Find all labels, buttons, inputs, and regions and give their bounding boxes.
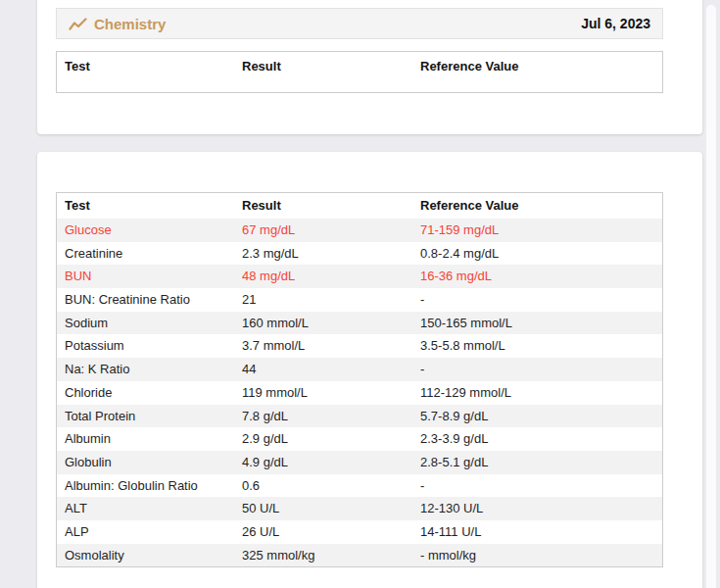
reference-value-cell: - bbox=[420, 474, 662, 498]
test-name-cell: Chloride bbox=[65, 381, 242, 405]
reference-value-cell: 0.8-2.4 mg/dL bbox=[420, 242, 662, 266]
test-name-cell: Osmolality bbox=[65, 544, 242, 567]
test-name-cell: Creatinine bbox=[65, 242, 242, 266]
panel-date: Jul 6, 2023 bbox=[581, 16, 650, 31]
reference-value-cell: 2.8-5.1 g/dL bbox=[420, 451, 662, 474]
test-name-cell: ALP bbox=[65, 520, 242, 544]
table-row: BUN: Creatinine Ratio 21 - bbox=[57, 288, 662, 312]
result-cell: 44 bbox=[242, 358, 420, 381]
table-body: Glucose 67 mg/dL 71-159 mg/dL Creatinine… bbox=[57, 219, 662, 566]
reference-value-cell: 16-36 mg/dL bbox=[420, 265, 662, 288]
reference-value-cell: 14-111 U/L bbox=[420, 520, 662, 544]
result-cell: 160 mmol/L bbox=[242, 312, 420, 335]
result-cell: 50 U/L bbox=[242, 497, 420, 520]
result-cell: 3.7 mmol/L bbox=[242, 334, 420, 358]
result-cell: 2.3 mg/dL bbox=[242, 242, 420, 266]
reference-value-cell: - bbox=[420, 288, 662, 312]
result-cell: 67 mg/dL bbox=[242, 219, 420, 242]
table-row: Albumin 2.9 g/dL 2.3-3.9 g/dL bbox=[57, 427, 662, 451]
test-name-cell: Na: K Ratio bbox=[65, 358, 242, 381]
reference-value-cell: 71-159 mg/dL bbox=[420, 219, 662, 242]
table-header-row: Test Result Reference Value bbox=[57, 193, 662, 219]
table-row: ALP 26 U/L 14-111 U/L bbox=[57, 520, 662, 544]
reference-value-cell: 150-165 mmol/L bbox=[420, 312, 662, 335]
table-row: Osmolality 325 mmol/kg - mmol/kg bbox=[57, 544, 662, 567]
trend-line-icon bbox=[69, 17, 87, 31]
top-table-header-row: Test Result Reference Value bbox=[57, 52, 662, 81]
table-row: Chloride 119 mmol/L 112-129 mmol/L bbox=[57, 381, 662, 405]
test-name-cell: BUN bbox=[65, 265, 242, 288]
column-header-result: Result bbox=[242, 193, 420, 219]
top-results-table: Test Result Reference Value bbox=[56, 51, 663, 93]
test-name-cell: Glucose bbox=[65, 219, 242, 242]
test-name-cell: Albumin: Globulin Ratio bbox=[65, 474, 242, 498]
result-cell: 21 bbox=[242, 288, 420, 312]
test-name-cell: Total Protein bbox=[65, 405, 242, 428]
table-row: Albumin: Globulin Ratio 0.6 - bbox=[57, 474, 662, 498]
table-row: Globulin 4.9 g/dL 2.8-5.1 g/dL bbox=[57, 451, 662, 474]
reference-value-cell: 3.5-5.8 mmol/L bbox=[420, 334, 662, 358]
result-cell: 4.9 g/dL bbox=[242, 451, 420, 474]
test-name-cell: Potassium bbox=[65, 334, 242, 358]
column-header-result: Result bbox=[242, 52, 420, 81]
panel-title-group: Chemistry bbox=[69, 16, 166, 32]
table-row: Creatinine 2.3 mg/dL 0.8-2.4 mg/dL bbox=[57, 242, 662, 266]
result-cell: 0.6 bbox=[242, 474, 420, 498]
column-header-test: Test bbox=[65, 193, 242, 219]
column-header-reference: Reference Value bbox=[420, 193, 662, 219]
vertical-scrollbar-thumb[interactable] bbox=[706, 5, 716, 588]
table-row: Na: K Ratio 44 - bbox=[57, 358, 662, 381]
table-row: Glucose 67 mg/dL 71-159 mg/dL bbox=[57, 219, 662, 242]
table-row: Sodium 160 mmol/L 150-165 mmol/L bbox=[57, 312, 662, 335]
panel-title: Chemistry bbox=[94, 16, 166, 32]
reference-value-cell: 2.3-3.9 g/dL bbox=[420, 427, 662, 451]
table-row: Total Protein 7.8 g/dL 5.7-8.9 g/dL bbox=[57, 405, 662, 428]
test-name-cell: Globulin bbox=[65, 451, 242, 474]
chemistry-panel-header[interactable]: Chemistry Jul 6, 2023 bbox=[56, 8, 663, 39]
result-cell: 26 U/L bbox=[242, 520, 420, 544]
reference-value-cell: 5.7-8.9 g/dL bbox=[420, 405, 662, 428]
column-header-test: Test bbox=[65, 52, 242, 81]
result-cell: 325 mmol/kg bbox=[242, 544, 420, 567]
reference-value-cell: - bbox=[420, 358, 662, 381]
results-table: Test Result Reference Value Glucose 67 m… bbox=[56, 192, 663, 567]
column-header-reference: Reference Value bbox=[420, 52, 662, 81]
test-name-cell: ALT bbox=[65, 497, 242, 520]
result-cell: 48 mg/dL bbox=[242, 265, 420, 288]
result-cell: 7.8 g/dL bbox=[242, 405, 420, 428]
result-cell: 119 mmol/L bbox=[242, 381, 420, 405]
result-cell: 2.9 g/dL bbox=[242, 427, 420, 451]
reference-value-cell: - mmol/kg bbox=[420, 544, 662, 567]
test-name-cell: Albumin bbox=[65, 427, 242, 451]
table-row: ALT 50 U/L 12-130 U/L bbox=[57, 497, 662, 520]
test-name-cell: BUN: Creatinine Ratio bbox=[65, 288, 242, 312]
test-name-cell: Sodium bbox=[65, 312, 242, 335]
reference-value-cell: 12-130 U/L bbox=[420, 497, 662, 520]
reference-value-cell: 112-129 mmol/L bbox=[420, 381, 662, 405]
table-row: BUN 48 mg/dL 16-36 mg/dL bbox=[57, 265, 662, 288]
table-row: Potassium 3.7 mmol/L 3.5-5.8 mmol/L bbox=[57, 334, 662, 358]
chemistry-panel-top-card: Chemistry Jul 6, 2023 Test Result Refere… bbox=[37, 0, 702, 134]
chemistry-results-card: Test Result Reference Value Glucose 67 m… bbox=[37, 152, 702, 588]
